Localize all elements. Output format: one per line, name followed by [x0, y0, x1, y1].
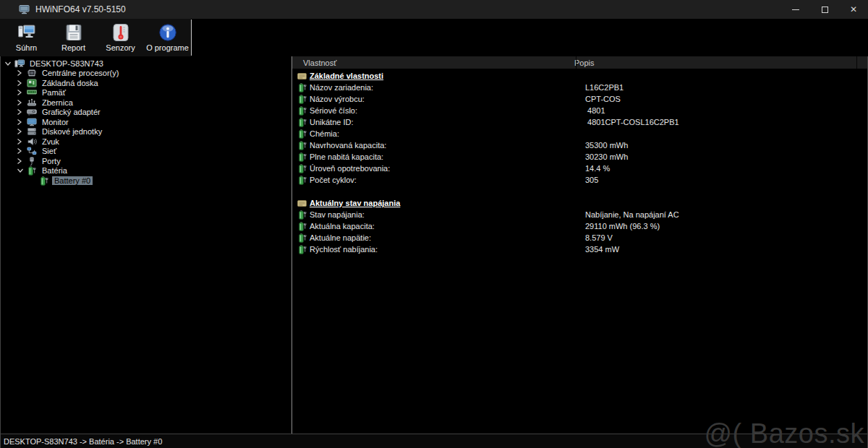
section-icon [297, 72, 307, 80]
battery-icon [297, 129, 307, 139]
property-label: Počet cyklov: [310, 176, 576, 184]
property-value: 29110 mWh (96.3 %) [576, 222, 660, 231]
toolbar-button-label: Report [61, 43, 85, 52]
battery-icon [297, 222, 307, 231]
network-icon [27, 147, 37, 155]
hwinfo-window: HWiNFO64 v7.50-5150 ✕ SúhrnReportSenzory… [0, 0, 868, 448]
column-divider[interactable] [576, 56, 576, 69]
titlebar: HWiNFO64 v7.50-5150 ✕ [0, 0, 868, 19]
sound-icon [27, 137, 37, 146]
chevron-collapsed-icon[interactable] [17, 147, 27, 155]
property-row-ch-mia[interactable]: Chémia: [292, 128, 867, 139]
tree-item-bat-ria[interactable]: Batéria [1, 166, 292, 176]
property-value: L16C2PB1 [576, 83, 624, 92]
property-row-n-zov-zariadenia[interactable]: Názov zariadenia:L16C2PB1 [292, 82, 867, 93]
toolbar-button-s-hrn[interactable]: Súhrn [3, 19, 50, 56]
close-button[interactable]: ✕ [839, 0, 868, 19]
tree-item-label: Grafický adaptér [40, 108, 103, 116]
tree-item-battery-0[interactable]: Battery #0 [1, 176, 292, 186]
property-label: Aktuálna kapacita: [310, 222, 576, 231]
property-row-stav-nap-jania[interactable]: Stav napájania:Nabíjanie, Na napájaní AC [292, 209, 867, 220]
battery-icon [297, 83, 307, 92]
property-row-n-zov-v-robcu[interactable]: Názov výrobcu:CPT-COS [292, 93, 867, 105]
memory-icon [27, 88, 37, 97]
motherboard-icon [27, 79, 37, 87]
tree-item-porty[interactable]: Porty [1, 156, 292, 166]
maximize-button[interactable] [810, 0, 839, 19]
minimize-icon [792, 9, 799, 10]
tree-item-diskov-jednotky[interactable]: Diskové jednotky [1, 127, 292, 137]
window-title: HWiNFO64 v7.50-5150 [35, 4, 126, 14]
battery-icon [297, 152, 307, 162]
tree-item-monitor[interactable]: Monitor [1, 117, 292, 127]
tree-item-sie[interactable]: Sieť [1, 147, 292, 157]
tree-item-grafick-adapt-r[interactable]: Grafický adaptér [1, 108, 292, 118]
battery-icon [297, 233, 307, 243]
chevron-collapsed-icon[interactable] [17, 138, 27, 145]
tree-item-zbernica[interactable]: Zbernica [1, 98, 292, 108]
statusbar-path: DESKTOP-S83N743 -> Batéria -> Battery #0 [4, 437, 162, 446]
section-title: Aktuálny stav napájania [310, 199, 400, 207]
property-row-navrhovan-kapacita[interactable]: Navrhovaná kapacita:35300 mWh [292, 139, 867, 151]
toolbar-button-o-programe[interactable]: O programe [144, 19, 191, 56]
property-row-r-chlos-nab-jania[interactable]: Rýchlosť nabíjania:3354 mW [292, 244, 867, 255]
report-icon [64, 23, 83, 42]
property-value: 8.579 V [576, 233, 613, 242]
chevron-collapsed-icon[interactable] [17, 119, 27, 126]
tree-item-pam[interactable]: Pamäť [1, 88, 292, 98]
property-value: 4801CPT-COSL16C2PB1 [576, 118, 679, 126]
toolbar-button-report[interactable]: Report [50, 19, 97, 56]
column-divider-right[interactable] [856, 56, 857, 69]
tree-item-centr-lne-procesor-y[interactable]: Centrálne procesor(y) [1, 69, 292, 79]
chevron-expanded-icon[interactable] [17, 167, 27, 174]
main-area: DESKTOP-S83N743Centrálne procesor(y)Zákl… [0, 56, 868, 434]
tree-item-desktop-s83n743[interactable]: DESKTOP-S83N743 [1, 59, 292, 69]
property-row-s-riov-slo[interactable]: Sériové číslo: 4801 [292, 105, 867, 116]
battery-icon [39, 176, 49, 185]
chevron-collapsed-icon[interactable] [17, 99, 27, 106]
battery-icon [297, 210, 307, 220]
chevron-collapsed-icon[interactable] [17, 108, 27, 116]
property-value: 14.4 % [576, 164, 610, 173]
property-section-aktu-lny-stav-nap-jania: Aktuálny stav napájaniaStav napájania:Na… [292, 197, 867, 255]
property-label: Plne nabitá kapacita: [310, 152, 576, 161]
toolbar-button-label: Senzory [106, 43, 135, 52]
chevron-collapsed-icon[interactable] [17, 79, 27, 87]
chevron-expanded-icon[interactable] [4, 60, 14, 67]
property-label: Navrhovaná kapacita: [310, 141, 576, 150]
property-value: CPT-COS [576, 95, 621, 103]
property-section-z-kladn-vlastnosti: Základné vlastnostiNázov zariadenia:L16C… [292, 70, 867, 186]
tree-item-label: Sieť [40, 147, 59, 155]
section-header: Základné vlastnosti [292, 70, 867, 82]
cpu-icon [27, 69, 37, 77]
tree-item-label: Battery #0 [52, 176, 93, 185]
property-row-po-et-cyklov[interactable]: Počet cyklov:305 [292, 174, 867, 186]
property-row-plne-nabit-kapacita[interactable]: Plne nabitá kapacita:30230 mWh [292, 151, 867, 163]
property-row-unik-tne-id[interactable]: Unikátne ID: 4801CPT-COSL16C2PB1 [292, 116, 867, 128]
tree-item-label: Pamäť [40, 88, 68, 97]
property-row-rove-opotrebovania[interactable]: Úroveň opotrebovania:14.4 % [292, 163, 867, 174]
property-row-aktu-lne-nap-tie[interactable]: Aktuálne napätie:8.579 V [292, 232, 867, 244]
toolbar-button-label: Súhrn [16, 43, 37, 52]
property-label: Aktuálne napätie: [310, 233, 576, 242]
column-header-vlastnost[interactable]: Vlastnosť [292, 59, 565, 67]
tree-item-label: DESKTOP-S83N743 [27, 59, 106, 68]
property-value: 305 [576, 176, 598, 184]
tree-item-label: Centrálne procesor(y) [40, 69, 121, 77]
battery-icon [297, 106, 307, 116]
chevron-collapsed-icon[interactable] [17, 128, 27, 135]
tree-item-label: Diskové jednotky [40, 127, 104, 136]
toolbar-button-label: O programe [146, 43, 189, 52]
minimize-button[interactable] [781, 0, 810, 19]
column-header-popis[interactable]: Popis [565, 59, 595, 67]
chevron-collapsed-icon[interactable] [17, 89, 27, 96]
chevron-collapsed-icon[interactable] [17, 69, 27, 77]
property-row-aktu-lna-kapacita[interactable]: Aktuálna kapacita:29110 mWh (96.3 %) [292, 220, 867, 232]
toolbar-button-senzory[interactable]: Senzory [97, 19, 144, 56]
tree-item-zvuk[interactable]: Zvuk [1, 137, 292, 147]
chevron-collapsed-icon[interactable] [17, 158, 27, 165]
property-label: Názov zariadenia: [310, 83, 576, 92]
tree-item-z-kladn-doska[interactable]: Základná doska [1, 78, 292, 88]
property-label: Sériové číslo: [310, 106, 576, 115]
property-label: Unikátne ID: [310, 118, 576, 126]
